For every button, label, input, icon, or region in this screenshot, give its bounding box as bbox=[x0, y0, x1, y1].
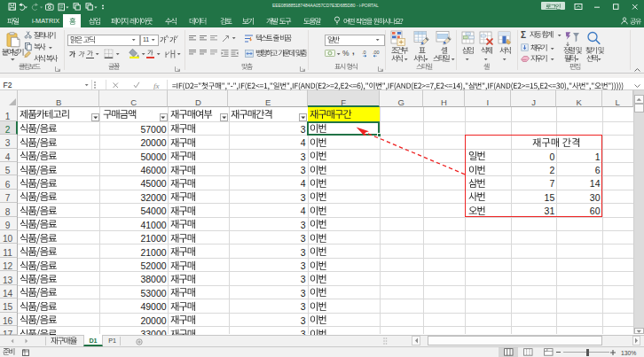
svg-text:.00: .00 bbox=[373, 50, 380, 55]
svg-text:fx: fx bbox=[153, 81, 160, 89]
svg-text:.0: .0 bbox=[362, 50, 366, 55]
